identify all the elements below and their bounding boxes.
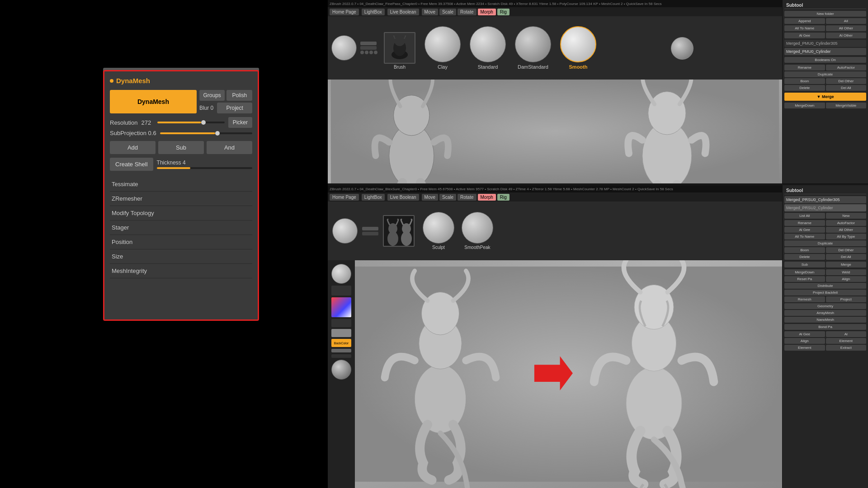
- morph-btn-b[interactable]: Morph: [478, 194, 496, 201]
- bottom-sphere-2[interactable]: [331, 360, 351, 380]
- al-gee-btn[interactable]: Al Gee: [784, 33, 825, 38]
- subtool-item-b2[interactable]: Merged_PRSU2_Cylinder: [784, 204, 866, 211]
- bond-pa-btn-b[interactable]: Bond Pa: [784, 324, 866, 330]
- al-3-btn-b[interactable]: Al: [826, 331, 867, 337]
- merge-btn-b[interactable]: Merge: [826, 262, 867, 267]
- and-button[interactable]: And: [207, 141, 252, 154]
- menu-item-modify-topology[interactable]: Modify Topology: [110, 206, 252, 221]
- arraymesh-btn-b[interactable]: ArrayMesh: [784, 310, 866, 316]
- sphere-preview[interactable]: [331, 35, 357, 61]
- lightbox-btn[interactable]: LightBox: [362, 9, 385, 15]
- al-gee-btn-b[interactable]: Al Gee: [784, 227, 825, 233]
- groups-button[interactable]: Groups: [199, 90, 225, 101]
- booleans-on-btn[interactable]: Booleans On: [784, 57, 866, 63]
- damstandard-brush-thumb[interactable]: DamStandard: [515, 26, 551, 70]
- rig-btn-b[interactable]: Rig: [497, 194, 509, 201]
- boon-btn-b[interactable]: Boon: [784, 247, 825, 253]
- brush-thumb-creature[interactable]: Brush: [384, 32, 415, 70]
- scale-btn[interactable]: Scale: [439, 9, 456, 15]
- remesh-btn-b[interactable]: Remesh: [784, 296, 825, 302]
- bottom-btn-3[interactable]: [331, 329, 351, 337]
- lightbox-btn-b[interactable]: LightBox: [362, 194, 385, 201]
- reset-pa-btn-b[interactable]: Reset Pa: [784, 276, 825, 282]
- duplicate-btn[interactable]: Duplicate: [784, 71, 866, 77]
- sub-button[interactable]: Sub: [158, 141, 204, 154]
- append-btn[interactable]: Append: [784, 18, 825, 24]
- all-to-name-btn[interactable]: All To Name: [784, 25, 825, 31]
- menu-item-meshintegrity[interactable]: MeshIntegrity: [110, 264, 252, 278]
- del-all-btn[interactable]: Del All: [826, 85, 867, 91]
- home-page-btn[interactable]: Home Page: [330, 9, 359, 15]
- bottom-sphere-icon[interactable]: [331, 264, 351, 284]
- new-folder-btn[interactable]: New folder: [784, 11, 866, 17]
- move-btn-b[interactable]: Move: [422, 194, 438, 201]
- project-button[interactable]: Project: [217, 103, 252, 113]
- delete-btn-b[interactable]: Delete: [784, 254, 825, 260]
- clay-brush-thumb[interactable]: Clay: [425, 26, 461, 70]
- picker-button[interactable]: Picker: [228, 117, 252, 128]
- new-btn-b[interactable]: New: [826, 213, 867, 219]
- rename-btn-b[interactable]: Rename: [784, 220, 825, 226]
- rename-btn[interactable]: Rename: [784, 65, 825, 70]
- extract-btn-b[interactable]: Extract: [826, 345, 867, 351]
- live-boolean-btn[interactable]: Live Boolean: [387, 9, 419, 15]
- menu-item-position[interactable]: Position: [110, 235, 252, 249]
- rig-btn[interactable]: Rig: [497, 9, 509, 15]
- thickness-slider[interactable]: [157, 167, 252, 169]
- standard-brush-thumb[interactable]: Standard: [470, 26, 506, 70]
- resolution-slider[interactable]: [157, 119, 225, 126]
- sub-btn-b[interactable]: Sub: [784, 262, 825, 267]
- element2-btn-b[interactable]: Element: [784, 345, 825, 351]
- sculpture-viewport-top[interactable]: [328, 80, 782, 183]
- all-btn[interactable]: All: [826, 18, 867, 24]
- live-boolean-btn-b[interactable]: Live Boolean: [387, 194, 419, 201]
- dot-row-2[interactable]: [360, 46, 377, 50]
- del-all-btn-b[interactable]: Del All: [826, 254, 867, 260]
- sphere-thumb-bottom[interactable]: [332, 218, 358, 244]
- subtool-item-active[interactable]: Merged_PMU0_Cylinder: [784, 48, 866, 55]
- bottom-brush-1[interactable]: Sculpt: [423, 212, 454, 250]
- align2-btn-b[interactable]: Align: [784, 338, 825, 344]
- bottom-btn-1[interactable]: [331, 286, 351, 296]
- smooth-brush-thumb[interactable]: Smooth: [560, 26, 596, 70]
- delete-btn[interactable]: Delete: [784, 85, 825, 91]
- menu-item-size[interactable]: Size: [110, 249, 252, 264]
- sculpture-viewport-bottom[interactable]: [355, 260, 782, 488]
- bottom-btn-2[interactable]: [331, 319, 351, 327]
- add-button[interactable]: Add: [110, 141, 156, 154]
- menu-item-tessimate[interactable]: Tessimate: [110, 177, 252, 192]
- duplicate-btn-b[interactable]: Duplicate: [784, 240, 866, 246]
- all-other-btn[interactable]: All Other: [826, 25, 867, 31]
- nanomesh-btn-b[interactable]: NanoMesh: [784, 317, 866, 323]
- al-gee-2-btn-b[interactable]: Al Gee: [784, 331, 825, 337]
- al-other-2-btn[interactable]: Al Other: [826, 33, 867, 38]
- merge-weld-btn-b[interactable]: Weld: [826, 269, 867, 275]
- polish-button[interactable]: Polish: [226, 90, 252, 101]
- autofactor-btn-b[interactable]: AutoFactor: [826, 220, 867, 226]
- all-to-name-btn-b[interactable]: All To Name: [784, 234, 825, 239]
- list-all-btn-b[interactable]: List All: [784, 213, 825, 219]
- bottom-swatch-1[interactable]: [331, 349, 351, 352]
- brush-nav-icon[interactable]: [671, 37, 693, 60]
- mergedown-btn-b[interactable]: MergeDown: [784, 269, 825, 275]
- distribute-btn-b[interactable]: Distribute: [784, 283, 866, 289]
- del-other-btn-b[interactable]: Del Other: [826, 247, 867, 253]
- bottom-brush-2[interactable]: SmoothPeak: [462, 212, 493, 250]
- menu-item-zremesher[interactable]: ZRemesher: [110, 192, 252, 206]
- morph-btn[interactable]: Morph: [478, 9, 496, 15]
- move-btn[interactable]: Move: [422, 9, 438, 15]
- boon-btn[interactable]: Boon: [784, 78, 825, 84]
- bottom-dot-1[interactable]: [362, 227, 378, 230]
- create-shell-button[interactable]: Create Shell: [110, 158, 153, 171]
- dot-row-1[interactable]: [360, 42, 377, 45]
- menu-item-stager[interactable]: Stager: [110, 221, 252, 235]
- geometry-btn-b[interactable]: Geometry: [784, 303, 866, 309]
- mergevisible-btn[interactable]: MergeVisible: [826, 103, 867, 108]
- rotate-btn-b[interactable]: Rotate: [458, 194, 476, 201]
- all-by-type-btn-b[interactable]: All By Type: [826, 234, 867, 239]
- dynamesh-button[interactable]: DynaMesh: [110, 90, 197, 113]
- bottom-swatch-2[interactable]: [331, 354, 351, 358]
- element-btn-b[interactable]: Element: [826, 338, 867, 344]
- dot-small-3[interactable]: [369, 51, 373, 54]
- project-btn-b[interactable]: Project: [826, 296, 867, 302]
